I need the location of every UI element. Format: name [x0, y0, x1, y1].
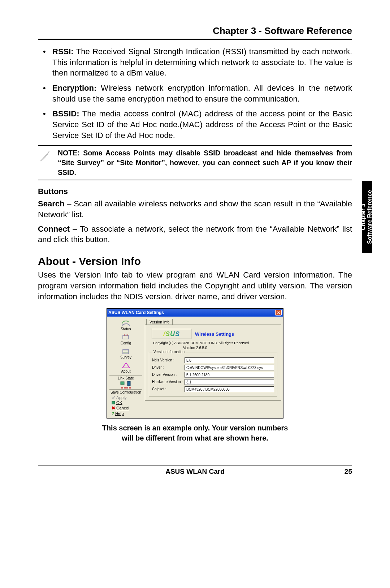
- survey-icon: [121, 347, 131, 355]
- dialog-titlebar[interactable]: ASUS WLAN Card Settings ✕: [107, 309, 283, 317]
- svg-rect-1: [123, 349, 129, 354]
- sep: –: [64, 199, 74, 208]
- bullet-rssi: • RSSI: The Received Signal Strength Ind…: [38, 46, 352, 78]
- svg-rect-2: [121, 382, 124, 385]
- search-term: Search: [38, 199, 64, 208]
- sep: –: [70, 224, 80, 233]
- chapter-title: Chapter 3 - Software Reference: [38, 25, 352, 37]
- about-icon: [121, 361, 131, 369]
- bullet-term: RSSI:: [52, 47, 74, 56]
- chipset-value: BCM4320 / BCM22050000: [185, 386, 274, 392]
- bullet-text: The media access control (MAC) address o…: [52, 109, 352, 140]
- search-para: Search – Scan all available wireless net…: [38, 198, 352, 220]
- top-rule: [38, 39, 352, 40]
- svg-rect-3: [127, 381, 130, 386]
- sidebar-item-status[interactable]: Status: [109, 319, 143, 331]
- version-info-panel: /SUS Wireless Settings Copyright (C) ASU…: [145, 325, 281, 400]
- bullet-list: • RSSI: The Received Signal Strength Ind…: [38, 46, 352, 141]
- save-configuration-label: Save Configuration: [109, 391, 143, 394]
- connect-text: To associate a network, select the netwo…: [38, 224, 352, 244]
- apply-button: Apply: [109, 395, 143, 400]
- field-hardware-version: Hardware Version : 3.1: [152, 379, 274, 385]
- apply-icon: [112, 396, 115, 399]
- cancel-button[interactable]: ✖ Cancel: [109, 405, 143, 411]
- link-ap-icon: [126, 381, 131, 386]
- bullet-text: Wireless network encryption information.…: [52, 83, 352, 103]
- help-button[interactable]: ? Help: [109, 411, 143, 416]
- field-driver: Driver : C:\WINDOWS\system32\DRIVERS\wb0…: [152, 365, 274, 370]
- version-information-fieldset: Version Information Ndis Version : 5.0 D…: [149, 352, 277, 397]
- dialog-sidebar: Status Config Survey About: [109, 318, 143, 416]
- status-icon: [121, 319, 131, 327]
- dialog-screenshot: ASUS WLAN Card Settings ✕ Status Config: [107, 308, 283, 419]
- field-ndis: Ndis Version : 5.0: [152, 357, 274, 363]
- note-box: NOTE: Some Access Points may disable SSI…: [38, 145, 352, 181]
- side-tab: Chapter 3 Software Reference: [362, 181, 372, 253]
- asus-logo: /SUS: [152, 329, 191, 339]
- link-state: Link State: [109, 377, 143, 389]
- page-footer: ASUS WLAN Card 25: [38, 465, 352, 476]
- buttons-subhead: Buttons: [38, 187, 352, 196]
- svg-rect-4: [112, 401, 115, 404]
- about-para: Uses the Version Info tab to view progra…: [38, 270, 352, 302]
- connect-para: Connect – To associate a network, select…: [38, 224, 352, 245]
- link-pc-icon: [120, 381, 125, 386]
- cancel-icon: ✖: [112, 405, 115, 411]
- note-text: NOTE: Some Access Points may disable SSI…: [58, 148, 352, 178]
- close-icon[interactable]: ✕: [275, 310, 282, 316]
- page-number: 25: [330, 468, 352, 476]
- bullet-text: The Received Signal Strength Indication …: [52, 47, 352, 77]
- field-chipset: Chipset : BCM4320 / BCM22050000: [152, 386, 274, 392]
- bullet-encryption: • Encryption: Wireless network encryptio…: [38, 83, 352, 104]
- connect-term: Connect: [38, 224, 70, 233]
- search-text: Scan all available wireless networks and…: [38, 199, 352, 219]
- caption: This screen is an example only. Your ver…: [38, 423, 352, 443]
- version-top: Version 2.6.5.0: [183, 346, 277, 350]
- bullet-term: BSSID:: [52, 109, 79, 118]
- footer-product: ASUS WLAN Card: [60, 468, 330, 476]
- bullet-dot: •: [38, 46, 52, 57]
- ok-button[interactable]: OK: [109, 400, 143, 405]
- bullet-term: Encryption:: [52, 83, 96, 93]
- driver-version-value: 5.1.2600.2180: [185, 372, 274, 378]
- config-icon: [121, 333, 131, 341]
- sidebar-item-about[interactable]: About: [109, 361, 143, 373]
- dialog-title-text: ASUS WLAN Card Settings: [108, 310, 164, 315]
- driver-value: C:\WINDOWS\system32\DRIVERS\wb0823.sys: [185, 365, 274, 370]
- bullet-dot: •: [38, 108, 52, 119]
- ok-icon: [112, 401, 115, 404]
- sidebar-item-config[interactable]: Config: [109, 333, 143, 345]
- wireless-settings-label: Wireless Settings: [195, 331, 234, 337]
- fieldset-legend: Version Information: [152, 350, 186, 354]
- link-bars-icon: [109, 387, 143, 389]
- field-driver-version: Driver Version : 5.1.2600.2180: [152, 372, 274, 378]
- tab-version-info[interactable]: Version Info: [146, 319, 173, 325]
- ndis-version-value: 5.0: [185, 357, 274, 363]
- about-heading: About - Version Info: [38, 255, 352, 267]
- feather-icon: [38, 150, 51, 163]
- bullet-bssid: • BSSID: The media access control (MAC) …: [38, 108, 352, 141]
- bullet-dot: •: [38, 83, 52, 94]
- help-icon: ?: [112, 411, 114, 416]
- sidebar-item-survey[interactable]: Survey: [109, 347, 143, 359]
- hardware-version-value: 3.1: [185, 379, 274, 385]
- copyright-text: Copyright (C) ASUSTeK COMPUTER INC. All …: [153, 341, 277, 345]
- svg-rect-0: [123, 335, 129, 339]
